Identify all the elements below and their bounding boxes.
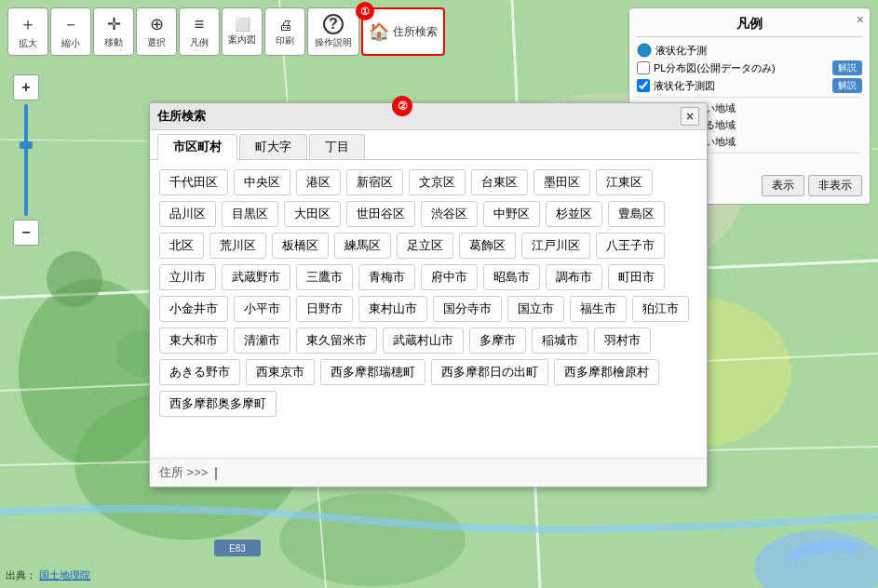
location-item[interactable]: 東大和市 (159, 327, 228, 354)
source-attribution: 出典： 国土地理院 (6, 568, 90, 582)
location-item[interactable]: 国分寺市 (433, 296, 502, 322)
legend-label-1: PL分布図(公開データのみ) (654, 61, 829, 75)
dialog-footer: 住所 >>> (150, 458, 707, 487)
tab-chome[interactable]: 町大字 (239, 134, 307, 159)
location-item[interactable]: 足立区 (397, 233, 453, 259)
location-item[interactable]: 目黒区 (222, 201, 278, 227)
location-item[interactable]: 北区 (159, 233, 204, 259)
dialog-tabs: 市区町村 町大字 丁目 (150, 130, 707, 160)
location-item[interactable]: 小金井市 (159, 296, 228, 322)
badge-2: ② (392, 96, 412, 116)
location-item[interactable]: 中央区 (234, 169, 290, 195)
location-item[interactable]: 港区 (296, 169, 341, 195)
location-item[interactable]: 江東区 (596, 169, 653, 195)
location-item[interactable]: あきる野市 (159, 359, 240, 385)
location-item[interactable]: 墨田区 (534, 169, 590, 195)
plus-icon: ＋ (20, 13, 36, 35)
legend-button[interactable]: ≡ 凡例 (179, 7, 220, 56)
location-item[interactable]: 多摩市 (469, 327, 526, 354)
location-item[interactable]: 大田区 (284, 201, 341, 227)
location-item[interactable]: 西多摩郡奥多摩町 (159, 391, 277, 417)
select-button[interactable]: ⊕ 選択 (136, 7, 177, 56)
legend-label-2: 液状化予測図 (654, 79, 829, 93)
location-item[interactable]: 板橋区 (272, 233, 329, 259)
zoom-slider-track[interactable] (24, 104, 28, 216)
location-item[interactable]: 稲城市 (532, 327, 588, 354)
zoom-in-button[interactable]: ＋ 拡大 (7, 7, 48, 56)
location-item[interactable]: 羽村市 (594, 327, 651, 354)
location-item[interactable]: 三鷹市 (296, 264, 353, 290)
svg-point-3 (279, 493, 466, 586)
location-item[interactable]: 千代田区 (159, 169, 228, 195)
inset-icon: ⬜ (235, 17, 250, 32)
location-item[interactable]: 町田市 (608, 264, 665, 290)
hide-button[interactable]: 非表示 (808, 175, 862, 196)
location-item[interactable]: 武蔵野市 (222, 264, 290, 290)
location-item[interactable]: 品川区 (159, 201, 216, 227)
location-item[interactable]: 小平市 (234, 296, 290, 322)
location-item[interactable]: 台東区 (471, 169, 528, 195)
move-icon: ✛ (107, 14, 121, 34)
legend-label-0: 液状化予測 (655, 44, 707, 58)
zoom-out-button[interactable]: － 縮小 (50, 7, 91, 56)
location-item[interactable]: 狛江市 (632, 296, 689, 322)
location-item[interactable]: 国立市 (507, 296, 564, 322)
print-button[interactable]: 🖨 印刷 (264, 7, 305, 56)
zoom-out-small[interactable]: − (13, 220, 39, 246)
location-item[interactable]: 中野区 (483, 201, 540, 227)
location-item[interactable]: 日野市 (296, 296, 353, 322)
location-item[interactable]: 東村山市 (358, 296, 427, 322)
location-item[interactable]: 渋谷区 (421, 201, 478, 227)
legend-explain-btn-1[interactable]: 解説 (832, 60, 862, 75)
show-button[interactable]: 表示 (762, 175, 804, 196)
liquefaction-icon (637, 43, 652, 58)
location-item[interactable]: 八王子市 (596, 233, 665, 259)
select-icon: ⊕ (150, 14, 164, 34)
location-item[interactable]: 清瀬市 (234, 327, 290, 354)
location-item[interactable]: 福生市 (570, 296, 627, 322)
location-item[interactable]: 立川市 (159, 264, 216, 290)
zoom-slider-thumb[interactable] (20, 141, 33, 149)
address-search-button[interactable]: ① 🏠 住所検索 (361, 7, 445, 56)
location-item[interactable]: 府中市 (421, 264, 478, 290)
help-button[interactable]: ? 操作説明 (307, 7, 359, 56)
tab-block[interactable]: 丁目 (309, 134, 365, 159)
location-item[interactable]: 武蔵村山市 (383, 327, 464, 354)
legend-checkbox-1[interactable] (637, 61, 650, 74)
dialog-body: 千代田区中央区港区新宿区文京区台東区墨田区江東区品川区目黒区大田区世田谷区渋谷区… (150, 160, 707, 458)
location-item[interactable]: 江戸川区 (521, 233, 590, 259)
legend-close-button[interactable]: × (857, 12, 864, 27)
location-item[interactable]: 西多摩郡瑞穂町 (320, 359, 425, 385)
legend-checkbox-2[interactable] (637, 79, 650, 92)
address-search-dialog: 住所検索 ② × 市区町村 町大字 丁目 千代田区中央区港区新宿区文京区台東区墨… (149, 102, 708, 488)
tab-municipality[interactable]: 市区町村 (157, 134, 237, 160)
inset-button[interactable]: ⬜ 案内図 (222, 7, 263, 56)
location-item[interactable]: 青梅市 (358, 264, 415, 290)
zoom-control: + − (13, 74, 39, 246)
print-icon: 🖨 (278, 17, 292, 33)
breadcrumb-cursor (215, 467, 217, 480)
location-item[interactable]: 荒川区 (209, 233, 266, 259)
location-item[interactable]: 西多摩郡日の出町 (431, 359, 548, 385)
location-item[interactable]: 杉並区 (546, 201, 602, 227)
legend-explain-btn-2[interactable]: 解説 (832, 78, 862, 93)
location-item[interactable]: 葛飾区 (459, 233, 516, 259)
dialog-title: 住所検索 (157, 108, 206, 125)
location-item[interactable]: 豊島区 (608, 201, 665, 227)
location-item[interactable]: 新宿区 (346, 169, 403, 195)
location-item[interactable]: 調布市 (546, 264, 602, 290)
location-item[interactable]: 昭島市 (483, 264, 540, 290)
location-item[interactable]: 東久留米市 (296, 327, 377, 354)
location-item[interactable]: 文京区 (409, 169, 466, 195)
location-item[interactable]: 練馬区 (334, 233, 391, 259)
source-link[interactable]: 国土地理院 (39, 569, 90, 581)
location-item[interactable]: 西多摩郡檜原村 (554, 359, 659, 385)
zoom-in-small[interactable]: + (13, 74, 39, 100)
toolbar: ＋ 拡大 － 縮小 ✛ 移動 ⊕ 選択 ≡ 凡例 ⬜ 案内図 🖨 印刷 ? 操 (7, 7, 445, 56)
legend-item-1: PL分布図(公開データのみ) 解説 (637, 60, 862, 75)
location-item[interactable]: 西東京市 (246, 359, 315, 385)
move-button[interactable]: ✛ 移動 (93, 7, 134, 56)
dialog-close-button[interactable]: × (681, 107, 699, 126)
location-item[interactable]: 世田谷区 (346, 201, 415, 227)
svg-point-16 (47, 251, 102, 307)
